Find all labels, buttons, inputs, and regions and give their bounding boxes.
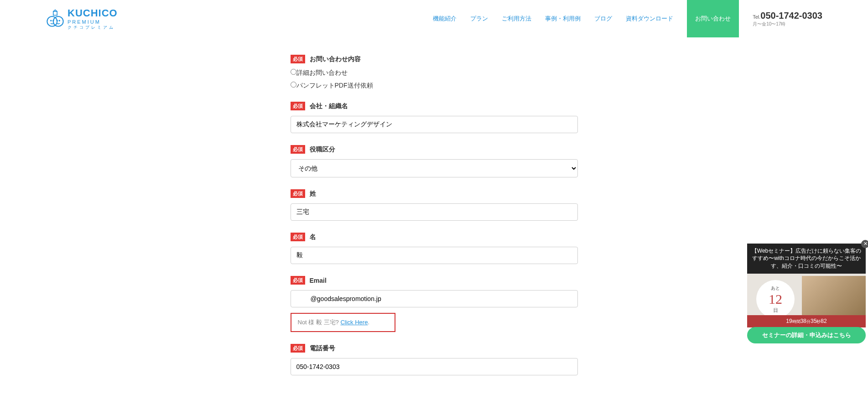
nav-features[interactable]: 機能紹介: [433, 15, 457, 23]
svg-rect-6: [53, 11, 57, 15]
nav-blog[interactable]: ブログ: [594, 15, 612, 23]
logo-main: KUCHICO: [68, 7, 118, 19]
phone-hours: 月〜金10〜17時: [753, 21, 822, 27]
nav-usage[interactable]: ご利用方法: [502, 15, 531, 23]
company-input[interactable]: [291, 116, 578, 133]
nav-cases[interactable]: 事例・利用例: [545, 15, 581, 23]
company-label: 会社・組織名: [310, 102, 348, 110]
radio-inquiry-detail[interactable]: [291, 69, 296, 75]
seminar-cta-button[interactable]: セミナーの詳細・申込みはこちら: [747, 327, 866, 343]
logo-text: KUCHICO PREMIUM クチコプレミアム: [68, 7, 118, 31]
not-you-suffix: .: [368, 319, 369, 326]
main-header: KUCHICO PREMIUM クチコプレミアム 機能紹介 プラン ご利用方法 …: [0, 0, 868, 37]
phone-number: 050-1742-0303: [760, 10, 822, 21]
svg-point-2: [50, 20, 52, 21]
required-badge: 必須: [291, 55, 305, 63]
required-badge: 必須: [291, 102, 305, 110]
position-select[interactable]: その他: [291, 159, 578, 177]
main-nav: 機能紹介 プラン ご利用方法 事例・利用例 ブログ 資料ダウンロード お問い合わ…: [433, 0, 822, 37]
logo-sub2: クチコプレミアム: [68, 25, 118, 31]
svg-point-1: [53, 16, 63, 26]
phone-prefix: Tel.: [753, 14, 760, 20]
contact-form: 必須 お問い合わせ内容 詳細お問い合わせ パンフレットPDF送付依頼 必須 会社…: [281, 55, 587, 375]
phone-label: 電話番号: [310, 344, 335, 353]
phone-input[interactable]: [291, 358, 578, 375]
firstname-label: 名: [310, 233, 316, 241]
nav-download[interactable]: 資料ダウンロード: [626, 15, 673, 23]
svg-point-0: [47, 16, 57, 26]
logo[interactable]: KUCHICO PREMIUM クチコプレミアム: [46, 7, 118, 31]
required-badge: 必須: [291, 344, 305, 353]
lastname-label: 姓: [310, 190, 316, 198]
firstname-input[interactable]: [291, 247, 578, 264]
not-you-prefix: Not 様 毅 三宅?: [298, 319, 341, 326]
close-icon[interactable]: ✕: [861, 240, 868, 248]
seminar-banner: 【Webセミナー】広告だけに頼らない集客のすすめ〜withコロナ時代の今だからこ…: [747, 244, 866, 327]
nav-contact[interactable]: お問い合わせ: [687, 0, 739, 37]
lastname-input[interactable]: [291, 203, 578, 221]
radio-label-pdf: パンフレットPDF送付依頼: [296, 82, 373, 89]
countdown-circle: あと 12 日: [756, 280, 795, 318]
countdown-unit: 日: [773, 307, 778, 314]
banner-ribbon: 19時間38分35秒82: [747, 315, 866, 327]
logo-sub: PREMIUM: [68, 19, 118, 25]
required-badge: 必須: [291, 233, 305, 241]
email-input[interactable]: [291, 290, 578, 307]
not-you-box: Not 様 毅 三宅? Click Here.: [291, 313, 395, 332]
position-label: 役職区分: [310, 145, 335, 154]
svg-point-5: [59, 20, 60, 21]
nav-plan[interactable]: プラン: [470, 15, 488, 23]
email-label: Email: [310, 277, 327, 284]
radio-label-detail: 詳細お問い合わせ: [296, 69, 348, 76]
inquiry-label: お問い合わせ内容: [310, 55, 361, 63]
banner-body[interactable]: あと 12 日 19時間38分35秒82: [747, 274, 866, 327]
required-badge: 必須: [291, 145, 305, 154]
countdown-label: あと: [771, 285, 780, 291]
required-badge: 必須: [291, 189, 305, 198]
svg-point-3: [52, 20, 54, 21]
countdown-num: 12: [769, 291, 782, 307]
banner-title: 【Webセミナー】広告だけに頼らない集客のすすめ〜withコロナ時代の今だからこ…: [747, 244, 866, 274]
phone-block: Tel.050-1742-0303 月〜金10〜17時: [753, 10, 822, 27]
not-you-link[interactable]: Click Here: [340, 319, 368, 326]
logo-icon: [46, 9, 65, 28]
radio-inquiry-pdf[interactable]: [291, 82, 296, 88]
required-badge: 必須: [291, 276, 305, 285]
svg-point-4: [57, 20, 58, 21]
